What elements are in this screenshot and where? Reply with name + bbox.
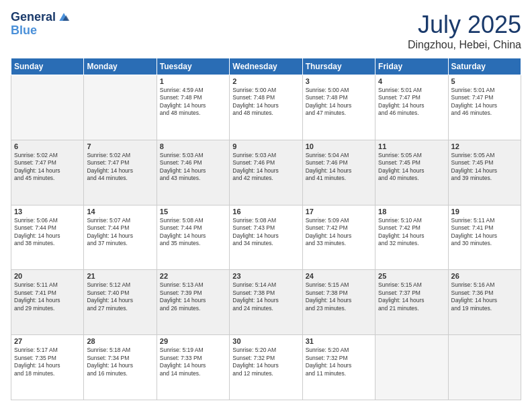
day-number: 23 — [232, 272, 299, 280]
daylight-minutes-text: and 40 minutes. — [378, 175, 445, 182]
sunrise-text: Sunrise: 5:08 AM — [232, 217, 299, 224]
sunset-text: Sunset: 7:41 PM — [14, 289, 81, 297]
daylight-text: Daylight: 14 hours — [160, 362, 226, 369]
sunset-text: Sunset: 7:45 PM — [451, 159, 518, 167]
calendar-cell: 23Sunrise: 5:14 AMSunset: 7:38 PMDayligh… — [230, 270, 302, 335]
sunrise-text: Sunrise: 5:14 AM — [232, 281, 299, 289]
sunset-text: Sunset: 7:44 PM — [160, 224, 226, 232]
weekday-header: Sunday — [11, 58, 84, 75]
sunrise-text: Sunrise: 5:01 AM — [451, 87, 518, 94]
logo: General Blue — [11, 11, 71, 38]
header: General Blue July 2025 Dingzhou, Hebei, … — [11, 11, 521, 51]
calendar-cell: 28Sunrise: 5:18 AMSunset: 7:34 PMDayligh… — [84, 335, 157, 400]
sunrise-text: Sunrise: 5:16 AM — [451, 281, 518, 289]
calendar-week-row: 27Sunrise: 5:17 AMSunset: 7:35 PMDayligh… — [11, 335, 521, 400]
sunset-text: Sunset: 7:48 PM — [306, 94, 372, 101]
daylight-minutes-text: and 24 minutes. — [232, 305, 299, 312]
calendar-cell — [11, 75, 84, 140]
sunset-text: Sunset: 7:33 PM — [160, 355, 226, 362]
daylight-text: Daylight: 14 hours — [232, 362, 299, 369]
daylight-text: Daylight: 14 hours — [232, 297, 299, 304]
day-number: 11 — [378, 142, 445, 150]
daylight-text: Daylight: 14 hours — [451, 167, 518, 175]
calendar-cell: 14Sunrise: 5:07 AMSunset: 7:44 PMDayligh… — [84, 205, 157, 270]
calendar-cell — [84, 75, 157, 140]
sunset-text: Sunset: 7:39 PM — [160, 289, 226, 297]
daylight-minutes-text: and 18 minutes. — [14, 370, 81, 377]
sunset-text: Sunset: 7:35 PM — [14, 355, 81, 362]
sunrise-text: Sunrise: 5:01 AM — [378, 87, 445, 94]
sunset-text: Sunset: 7:47 PM — [14, 159, 81, 167]
calendar-cell: 19Sunrise: 5:11 AMSunset: 7:41 PMDayligh… — [448, 205, 521, 270]
daylight-minutes-text: and 32 minutes. — [378, 240, 445, 247]
sunset-text: Sunset: 7:40 PM — [87, 289, 153, 297]
daylight-text: Daylight: 14 hours — [451, 297, 518, 304]
sunrise-text: Sunrise: 5:20 AM — [306, 347, 372, 354]
daylight-minutes-text: and 42 minutes. — [232, 175, 299, 182]
calendar-cell: 27Sunrise: 5:17 AMSunset: 7:35 PMDayligh… — [11, 335, 84, 400]
daylight-minutes-text: and 26 minutes. — [160, 305, 226, 312]
daylight-minutes-text: and 41 minutes. — [306, 175, 372, 182]
sunrise-text: Sunrise: 5:02 AM — [14, 152, 81, 159]
sunset-text: Sunset: 7:41 PM — [451, 224, 518, 232]
day-number: 26 — [451, 272, 518, 280]
day-number: 17 — [306, 208, 372, 216]
day-number: 29 — [160, 337, 226, 345]
calendar-cell: 4Sunrise: 5:01 AMSunset: 7:47 PMDaylight… — [375, 75, 448, 140]
calendar-cell: 1Sunrise: 4:59 AMSunset: 7:48 PMDaylight… — [157, 75, 229, 140]
daylight-text: Daylight: 14 hours — [451, 232, 518, 240]
day-number: 31 — [306, 337, 372, 345]
calendar-cell: 20Sunrise: 5:11 AMSunset: 7:41 PMDayligh… — [11, 270, 84, 335]
day-number: 1 — [160, 77, 226, 85]
day-number: 22 — [160, 272, 226, 280]
daylight-text: Daylight: 14 hours — [14, 297, 81, 304]
daylight-text: Daylight: 14 hours — [14, 232, 81, 240]
sunrise-text: Sunrise: 5:17 AM — [14, 347, 81, 354]
day-number: 10 — [306, 142, 372, 150]
sunset-text: Sunset: 7:32 PM — [306, 355, 372, 362]
day-number: 2 — [232, 77, 299, 85]
sunrise-text: Sunrise: 5:15 AM — [378, 281, 445, 289]
calendar-cell: 21Sunrise: 5:12 AMSunset: 7:40 PMDayligh… — [84, 270, 157, 335]
calendar-cell: 12Sunrise: 5:05 AMSunset: 7:45 PMDayligh… — [448, 140, 521, 205]
day-number: 7 — [87, 142, 153, 150]
sunrise-text: Sunrise: 5:05 AM — [451, 152, 518, 159]
day-number: 20 — [14, 272, 81, 280]
calendar-cell: 8Sunrise: 5:03 AMSunset: 7:46 PMDaylight… — [157, 140, 229, 205]
sunrise-text: Sunrise: 5:00 AM — [232, 87, 299, 94]
daylight-text: Daylight: 14 hours — [378, 102, 445, 109]
calendar-cell: 18Sunrise: 5:10 AMSunset: 7:42 PMDayligh… — [375, 205, 448, 270]
calendar-week-row: 6Sunrise: 5:02 AMSunset: 7:47 PMDaylight… — [11, 140, 521, 205]
day-number: 3 — [306, 77, 372, 85]
daylight-text: Daylight: 14 hours — [378, 297, 445, 304]
daylight-minutes-text: and 38 minutes. — [14, 240, 81, 247]
daylight-text: Daylight: 14 hours — [306, 232, 372, 240]
sunset-text: Sunset: 7:44 PM — [87, 224, 153, 232]
logo-text-blue: Blue — [11, 24, 37, 37]
daylight-minutes-text: and 19 minutes. — [451, 305, 518, 312]
sunrise-text: Sunrise: 5:18 AM — [87, 347, 153, 354]
calendar-cell: 26Sunrise: 5:16 AMSunset: 7:36 PMDayligh… — [448, 270, 521, 335]
daylight-minutes-text: and 46 minutes. — [451, 109, 518, 117]
calendar-subtitle: Dingzhou, Hebei, China — [408, 39, 521, 51]
weekday-header: Monday — [84, 58, 157, 75]
daylight-text: Daylight: 14 hours — [232, 102, 299, 109]
sunset-text: Sunset: 7:47 PM — [451, 94, 518, 101]
sunrise-text: Sunrise: 5:12 AM — [87, 281, 153, 289]
sunrise-text: Sunrise: 5:03 AM — [232, 152, 299, 159]
daylight-minutes-text: and 14 minutes. — [160, 370, 226, 377]
sunset-text: Sunset: 7:47 PM — [87, 159, 153, 167]
daylight-text: Daylight: 14 hours — [14, 167, 81, 175]
daylight-text: Daylight: 14 hours — [378, 232, 445, 240]
sunset-text: Sunset: 7:42 PM — [378, 224, 445, 232]
day-number: 13 — [14, 208, 81, 216]
day-number: 27 — [14, 337, 81, 345]
calendar-cell: 25Sunrise: 5:15 AMSunset: 7:37 PMDayligh… — [375, 270, 448, 335]
sunset-text: Sunset: 7:48 PM — [232, 94, 299, 101]
sunset-text: Sunset: 7:46 PM — [232, 159, 299, 167]
sunset-text: Sunset: 7:36 PM — [451, 289, 518, 297]
calendar-cell: 3Sunrise: 5:00 AMSunset: 7:48 PMDaylight… — [302, 75, 375, 140]
daylight-minutes-text: and 35 minutes. — [160, 240, 226, 247]
daylight-text: Daylight: 14 hours — [160, 102, 226, 109]
sunrise-text: Sunrise: 5:04 AM — [306, 152, 372, 159]
